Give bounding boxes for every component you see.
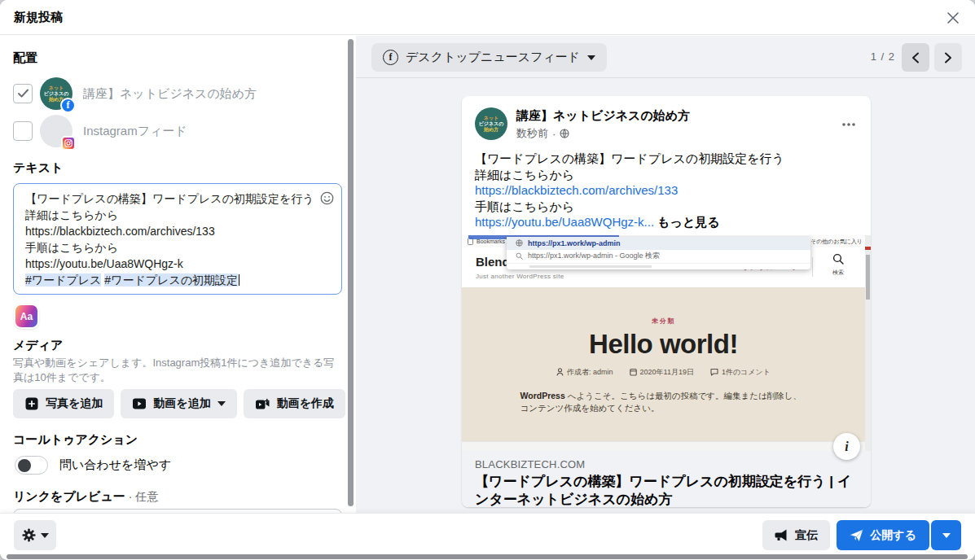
wp-hero: 未分類 Hello world! 作成者: admin 2020年11月19日 bbox=[462, 287, 865, 441]
instagram-avatar bbox=[40, 115, 72, 147]
link-domain: BLACKBIZTECH.COM bbox=[475, 458, 858, 470]
post-timestamp: 数秒前 · bbox=[516, 126, 690, 141]
compose-hashtags: #ワードプレス #ワードプレスの初期設定 bbox=[25, 272, 315, 288]
settings-button[interactable] bbox=[14, 520, 56, 550]
author-icon bbox=[556, 368, 564, 376]
publish-options-button[interactable] bbox=[931, 520, 961, 550]
link-info-icon[interactable]: i bbox=[833, 433, 860, 460]
preview-surface-selector[interactable]: f デスクトップニュースフィード bbox=[371, 43, 607, 72]
horizontal-scrollbar[interactable] bbox=[7, 554, 968, 559]
wp-category: 未分類 bbox=[462, 287, 865, 326]
facebook-placement-row[interactable]: ネット ビジネスの 始め方 f 講座】ネットビジネスの始め方 bbox=[13, 77, 343, 110]
compose-line: https://blackbiztech.com/archives/133 bbox=[25, 223, 315, 239]
preview-header: f デスクトップニュースフィード 1 / 2 bbox=[356, 36, 975, 78]
previous-preview-button[interactable] bbox=[902, 43, 929, 72]
publish-button[interactable]: 公開する bbox=[837, 520, 929, 550]
calendar-icon bbox=[630, 368, 637, 376]
placement-heading: 配置 bbox=[13, 50, 343, 66]
video-create-icon bbox=[255, 397, 270, 410]
chevron-down-icon bbox=[942, 533, 951, 538]
compose-line: https://youtu.be/Uaa8WQHgz-k bbox=[25, 256, 315, 272]
wp-scrollbar bbox=[865, 235, 871, 454]
add-video-button[interactable]: 動画を追加 bbox=[121, 389, 236, 418]
composer-panel: 配置 ネット ビジネスの 始め方 f 講座】ネットビジネスの始め方 Instag… bbox=[0, 36, 356, 513]
facebook-page-avatar: ネット ビジネスの 始め方 f bbox=[40, 77, 72, 110]
globe-icon bbox=[560, 129, 569, 138]
post-link[interactable]: https://blackbiztech.com/archives/133 bbox=[475, 182, 858, 199]
emoji-picker-icon[interactable] bbox=[320, 191, 334, 209]
cta-toggle-label: 問い合わせを増やす bbox=[59, 457, 171, 473]
post-page-avatar: ネット ビジネスの 始め方 bbox=[475, 107, 507, 140]
post-page-name[interactable]: 講座】ネットビジネスの始め方 bbox=[516, 108, 690, 124]
see-more-link[interactable]: もっと見る bbox=[657, 215, 719, 229]
preview-panel: f デスクトップニュースフィード 1 / 2 ネット ビジネスの 始め方 bbox=[356, 36, 975, 513]
facebook-outline-icon: f bbox=[383, 50, 398, 65]
post-message: 【ワードプレスの構築】ワードプレスの初期設定を行う 詳細はこちらから https… bbox=[462, 141, 871, 235]
post-preview-card: ネット ビジネスの 始め方 講座】ネットビジネスの始め方 数秒前 · bbox=[462, 96, 871, 507]
wp-post-body: WordPress へようこそ。こちらは最初の投稿です。編集または削除し、コンテ… bbox=[520, 390, 807, 414]
comment-icon bbox=[710, 368, 718, 376]
text-format-button[interactable]: Aa bbox=[15, 305, 37, 327]
send-icon bbox=[850, 529, 863, 542]
surface-label: デスクトップニュースフィード bbox=[406, 50, 580, 65]
post-header: ネット ビジネスの 始め方 講座】ネットビジネスの始め方 数秒前 · bbox=[462, 96, 871, 141]
close-icon[interactable] bbox=[942, 7, 964, 28]
dialog-titlebar: 新規投稿 bbox=[0, 0, 975, 35]
video-play-icon bbox=[132, 397, 147, 410]
text-heading: テキスト bbox=[13, 160, 343, 176]
post-link[interactable]: https://youtu.be/Uaa8WQHgz-k... bbox=[475, 215, 654, 229]
instagram-checkbox[interactable] bbox=[13, 121, 33, 141]
post-attachment-image[interactable]: Bookmarks その他のお気に入り 1 https://p bbox=[462, 235, 871, 454]
facebook-account-label: 講座】ネットビジネスの始め方 bbox=[83, 86, 257, 102]
preview-pagination: 1 / 2 bbox=[871, 50, 895, 63]
media-heading: メディア bbox=[13, 338, 343, 353]
photo-add-icon bbox=[24, 396, 39, 411]
chevron-down-icon bbox=[587, 55, 595, 60]
cta-toggle-row: 問い合わせを増やす bbox=[15, 456, 343, 475]
chevron-down-icon bbox=[41, 533, 49, 538]
dialog-title: 新規投稿 bbox=[14, 10, 63, 25]
wp-search: 検索 bbox=[832, 253, 844, 277]
chevron-down-icon bbox=[217, 401, 226, 406]
wp-site-tagline: Just another WordPress site bbox=[476, 273, 564, 280]
add-photo-button[interactable]: 写真を追加 bbox=[13, 389, 114, 418]
search-icon bbox=[832, 253, 844, 265]
create-video-button[interactable]: 動画を作成 bbox=[244, 389, 345, 418]
compose-line: 手順はこちらから bbox=[25, 239, 315, 256]
url-suggestions-dropdown: https://px1.work/wp-admin https://px1.wo… bbox=[507, 237, 810, 269]
instagram-placement-row[interactable]: Instagramフィード bbox=[13, 115, 343, 147]
preview-body: ネット ビジネスの 始め方 講座】ネットビジネスの始め方 数秒前 · bbox=[356, 79, 975, 513]
instagram-account-label: Instagramフィード bbox=[83, 124, 187, 139]
link-title: 【ワードプレスの構築】ワードプレスの初期設定を行う | インターネットビジネスの… bbox=[475, 473, 858, 507]
optional-label: · 任意 bbox=[125, 490, 158, 503]
link-preview-attachment[interactable]: BLACKBIZTECH.COM 【ワードプレスの構築】ワードプレスの初期設定を… bbox=[462, 451, 871, 507]
compose-line: 【ワードプレスの構築】ワードプレスの初期設定を行う bbox=[25, 190, 315, 207]
search-icon bbox=[516, 252, 523, 260]
link-preview-heading: リンクをプレビュー · 任意 bbox=[13, 489, 343, 505]
cta-toggle[interactable] bbox=[15, 456, 48, 475]
dialog-footer: 宣伝 公開する bbox=[0, 513, 975, 554]
url-search-row: https://px1.work/wp-admin - Google 検索 bbox=[507, 250, 810, 263]
post-text-input[interactable]: 【ワードプレスの構築】ワードプレスの初期設定を行う 詳細はこちらから https… bbox=[13, 183, 342, 295]
facebook-checkbox[interactable] bbox=[13, 84, 33, 103]
media-description: 写真や動画をシェアします。Instagram投稿1件につき追加できる写真は10件… bbox=[13, 356, 342, 385]
promote-button[interactable]: 宣伝 bbox=[762, 520, 830, 550]
text-cursor bbox=[239, 274, 239, 286]
hashtag: #ワードプレス bbox=[25, 273, 101, 287]
left-panel-scrollbar[interactable] bbox=[348, 39, 354, 506]
next-preview-button[interactable] bbox=[934, 43, 962, 72]
media-buttons: 写真を追加 動画を追加 動画を作成 bbox=[13, 389, 343, 418]
globe-icon bbox=[516, 239, 523, 247]
instagram-badge-icon bbox=[61, 136, 76, 151]
gear-icon bbox=[22, 528, 36, 542]
wp-post-meta: 作成者: admin 2020年11月19日 1件のコメント bbox=[462, 367, 865, 378]
new-post-dialog: 新規投稿 配置 ネット ビジネスの 始め方 f 講座】ネットビジネスの始め方 bbox=[0, 0, 975, 560]
facebook-badge-icon: f bbox=[60, 98, 76, 113]
hashtag: #ワードプレスの初期設定 bbox=[104, 273, 238, 287]
url-suggestion-row: https://px1.work/wp-admin bbox=[507, 237, 810, 250]
post-options-icon[interactable] bbox=[841, 116, 856, 130]
megaphone-icon bbox=[775, 529, 788, 541]
compose-line: 詳細はこちらから bbox=[25, 207, 315, 223]
cta-heading: コールトゥアクション bbox=[13, 432, 343, 448]
wp-post-title: Hello world! bbox=[462, 329, 865, 360]
